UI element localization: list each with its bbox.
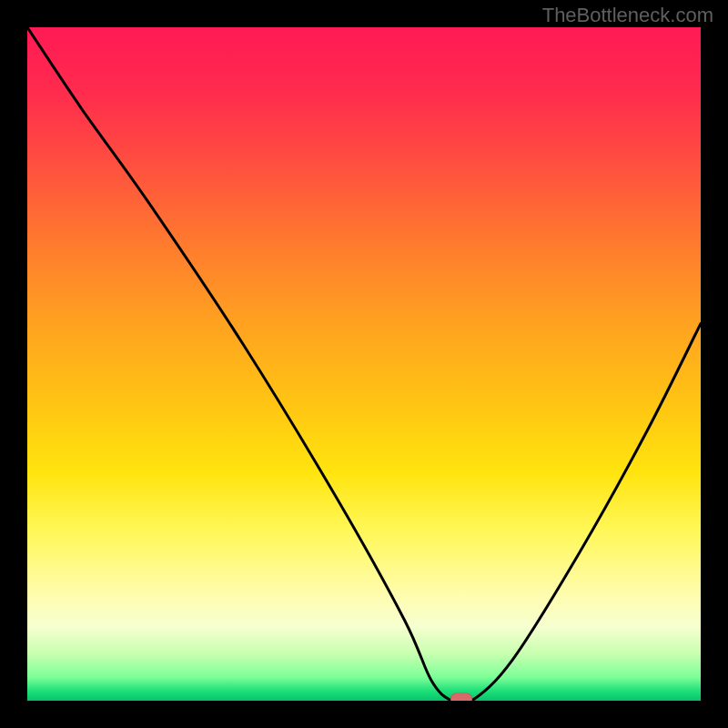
- curve-svg: [27, 27, 701, 701]
- watermark-text: TheBottleneck.com: [542, 4, 713, 27]
- bottleneck-curve: [27, 27, 701, 701]
- plot-area: [27, 27, 701, 701]
- chart-container: TheBottleneck.com: [0, 0, 728, 728]
- optimal-point-marker: [450, 693, 472, 702]
